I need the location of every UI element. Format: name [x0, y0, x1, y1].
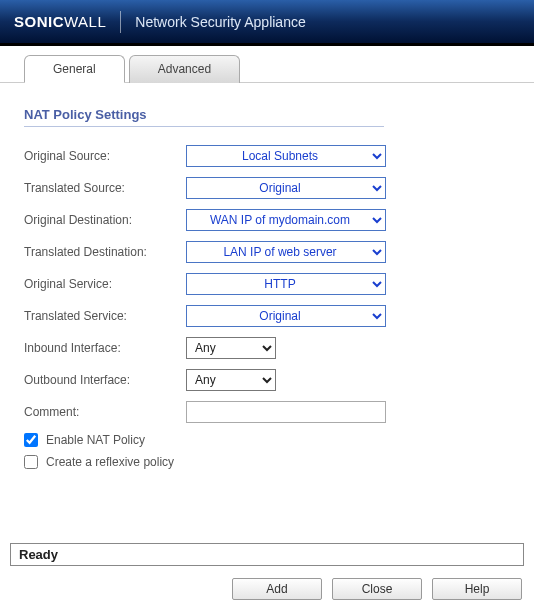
row-original-source: Original Source: Local Subnets	[24, 145, 510, 167]
label-inbound-interface: Inbound Interface:	[24, 341, 186, 355]
add-button[interactable]: Add	[232, 578, 322, 600]
checkbox-enable-nat[interactable]	[24, 433, 38, 447]
label-translated-service: Translated Service:	[24, 309, 186, 323]
label-outbound-interface: Outbound Interface:	[24, 373, 186, 387]
row-translated-destination: Translated Destination: LAN IP of web se…	[24, 241, 510, 263]
status-bar: Ready	[10, 543, 524, 566]
brand-logo: SONICWALL	[14, 13, 106, 30]
row-inbound-interface: Inbound Interface: Any	[24, 337, 510, 359]
brand-strong: SONIC	[14, 13, 64, 30]
label-original-source: Original Source:	[24, 149, 186, 163]
checkbox-reflexive[interactable]	[24, 455, 38, 469]
select-original-service[interactable]: HTTP	[186, 273, 386, 295]
row-reflexive: Create a reflexive policy	[24, 455, 510, 469]
row-translated-service: Translated Service: Original	[24, 305, 510, 327]
label-reflexive: Create a reflexive policy	[46, 455, 174, 469]
select-original-destination[interactable]: WAN IP of mydomain.com	[186, 209, 386, 231]
tab-advanced[interactable]: Advanced	[129, 55, 240, 83]
section-title: NAT Policy Settings	[24, 107, 384, 127]
select-inbound-interface[interactable]: Any	[186, 337, 276, 359]
app-subtitle: Network Security Appliance	[135, 14, 305, 30]
button-bar: Add Close Help	[0, 566, 534, 608]
tab-general[interactable]: General	[24, 55, 125, 83]
select-translated-service[interactable]: Original	[186, 305, 386, 327]
select-translated-source[interactable]: Original	[186, 177, 386, 199]
label-translated-destination: Translated Destination:	[24, 245, 186, 259]
select-original-source[interactable]: Local Subnets	[186, 145, 386, 167]
row-original-service: Original Service: HTTP	[24, 273, 510, 295]
input-comment[interactable]	[186, 401, 386, 423]
row-original-destination: Original Destination: WAN IP of mydomain…	[24, 209, 510, 231]
help-button[interactable]: Help	[432, 578, 522, 600]
close-button[interactable]: Close	[332, 578, 422, 600]
tab-bar: General Advanced	[0, 54, 534, 83]
content-area: NAT Policy Settings Original Source: Loc…	[0, 83, 534, 543]
row-translated-source: Translated Source: Original	[24, 177, 510, 199]
select-translated-destination[interactable]: LAN IP of web server	[186, 241, 386, 263]
row-comment: Comment:	[24, 401, 510, 423]
row-enable-nat: Enable NAT Policy	[24, 433, 510, 447]
spacer	[24, 477, 510, 533]
select-outbound-interface[interactable]: Any	[186, 369, 276, 391]
label-comment: Comment:	[24, 405, 186, 419]
row-outbound-interface: Outbound Interface: Any	[24, 369, 510, 391]
brand-light: WALL	[64, 13, 106, 30]
label-original-service: Original Service:	[24, 277, 186, 291]
label-translated-source: Translated Source:	[24, 181, 186, 195]
label-original-destination: Original Destination:	[24, 213, 186, 227]
label-enable-nat: Enable NAT Policy	[46, 433, 145, 447]
header-divider	[120, 11, 121, 33]
app-header: SONICWALL Network Security Appliance	[0, 0, 534, 46]
